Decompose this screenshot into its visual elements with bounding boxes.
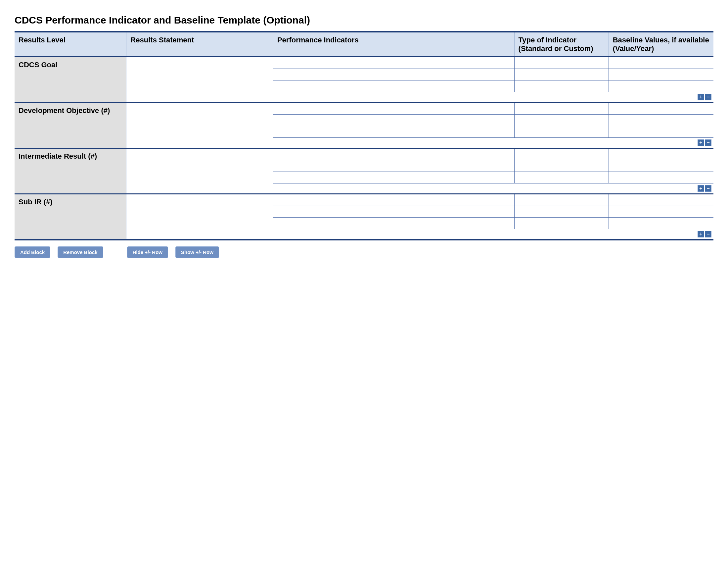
performance-indicator-cell[interactable]	[273, 172, 514, 183]
baseline-value-cell[interactable]	[609, 160, 713, 172]
baseline-value-cell[interactable]	[609, 194, 713, 206]
indicator-type-cell[interactable]	[514, 149, 609, 160]
baseline-value-cell[interactable]	[609, 57, 713, 69]
baseline-value-cell[interactable]	[609, 149, 713, 160]
col-header-indicators: Performance Indicators	[273, 32, 514, 57]
performance-indicator-cell[interactable]	[273, 57, 514, 69]
performance-indicator-cell[interactable]	[273, 115, 514, 126]
table-row: Intermediate Result (#)	[15, 149, 713, 160]
remove-row-button[interactable]: −	[705, 185, 711, 192]
indicator-type-cell[interactable]	[514, 172, 609, 183]
baseline-value-cell[interactable]	[609, 115, 713, 126]
results-level-cell: CDCS Goal	[15, 57, 126, 103]
remove-row-button[interactable]: −	[705, 139, 711, 146]
row-controls-cell: +−	[273, 138, 713, 148]
results-level-cell: Intermediate Result (#)	[15, 149, 126, 194]
indicator-type-cell[interactable]	[514, 69, 609, 80]
add-row-button[interactable]: +	[698, 231, 704, 237]
indicator-type-cell[interactable]	[514, 115, 609, 126]
remove-row-button[interactable]: −	[705, 231, 711, 237]
baseline-value-cell[interactable]	[609, 126, 713, 138]
table-row: CDCS Goal	[15, 57, 713, 69]
performance-indicator-cell[interactable]	[273, 206, 514, 217]
indicator-type-cell[interactable]	[514, 160, 609, 172]
indicator-type-cell[interactable]	[514, 217, 609, 229]
indicator-type-cell[interactable]	[514, 57, 609, 69]
remove-row-button[interactable]: −	[705, 94, 711, 100]
results-statement-cell[interactable]	[126, 149, 273, 194]
toolbar: Add Block Remove Block Hide +/- Row Show…	[15, 246, 713, 258]
performance-indicator-cell[interactable]	[273, 69, 514, 80]
add-block-button[interactable]: Add Block	[15, 246, 50, 258]
indicator-table: Results Level Results Statement Performa…	[15, 31, 713, 240]
indicator-type-cell[interactable]	[514, 126, 609, 138]
performance-indicator-cell[interactable]	[273, 80, 514, 92]
add-row-button[interactable]: +	[698, 94, 704, 100]
indicator-type-cell[interactable]	[514, 194, 609, 206]
baseline-value-cell[interactable]	[609, 103, 713, 115]
performance-indicator-cell[interactable]	[273, 126, 514, 138]
indicator-type-cell[interactable]	[514, 103, 609, 115]
remove-block-button[interactable]: Remove Block	[58, 246, 103, 258]
col-header-baseline: Baseline Values, if available (Value/Yea…	[609, 32, 713, 57]
table-row: Sub IR (#)	[15, 194, 713, 206]
add-row-button[interactable]: +	[698, 185, 704, 192]
row-controls-cell: +−	[273, 183, 713, 194]
row-controls-cell: +−	[273, 92, 713, 103]
col-header-statement: Results Statement	[126, 32, 273, 57]
table-header-row: Results Level Results Statement Performa…	[15, 32, 713, 57]
baseline-value-cell[interactable]	[609, 80, 713, 92]
performance-indicator-cell[interactable]	[273, 217, 514, 229]
results-statement-cell[interactable]	[126, 57, 273, 103]
performance-indicator-cell[interactable]	[273, 194, 514, 206]
hide-row-button[interactable]: Hide +/- Row	[127, 246, 168, 258]
performance-indicator-cell[interactable]	[273, 160, 514, 172]
results-level-cell: Development Objective (#)	[15, 103, 126, 148]
col-header-type: Type of Indicator (Standard or Custom)	[514, 32, 609, 57]
indicator-type-cell[interactable]	[514, 80, 609, 92]
results-level-cell: Sub IR (#)	[15, 194, 126, 240]
add-row-button[interactable]: +	[698, 139, 704, 146]
results-statement-cell[interactable]	[126, 103, 273, 148]
baseline-value-cell[interactable]	[609, 217, 713, 229]
table-row: Development Objective (#)	[15, 103, 713, 115]
baseline-value-cell[interactable]	[609, 172, 713, 183]
page-title: CDCS Performance Indicator and Baseline …	[15, 15, 713, 26]
performance-indicator-cell[interactable]	[273, 149, 514, 160]
indicator-type-cell[interactable]	[514, 206, 609, 217]
row-controls-cell: +−	[273, 229, 713, 240]
results-statement-cell[interactable]	[126, 194, 273, 240]
baseline-value-cell[interactable]	[609, 69, 713, 80]
col-header-level: Results Level	[15, 32, 126, 57]
performance-indicator-cell[interactable]	[273, 103, 514, 115]
baseline-value-cell[interactable]	[609, 206, 713, 217]
show-row-button[interactable]: Show +/- Row	[175, 246, 219, 258]
